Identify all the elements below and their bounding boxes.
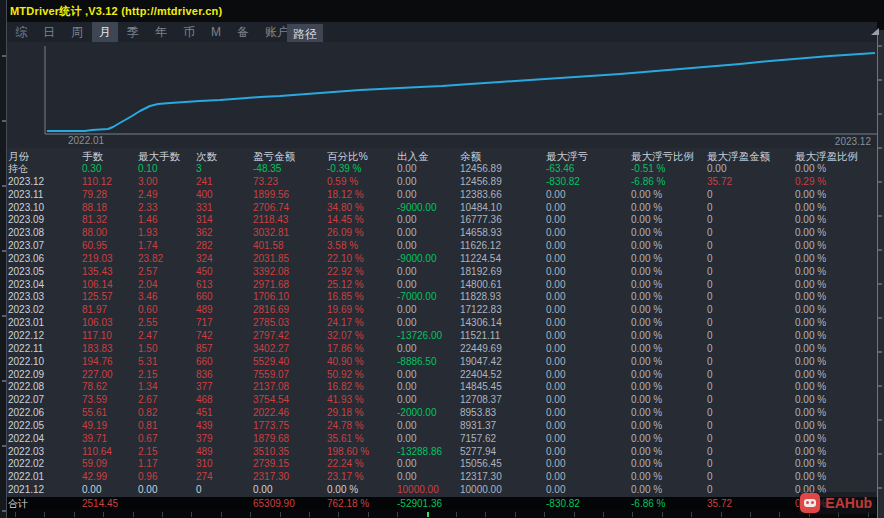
table-row[interactable]: 2022.03110.642.154893510.35198.60 %-1328… — [0, 446, 877, 459]
tab-备[interactable]: 备 — [230, 22, 256, 43]
cell: 0 — [707, 240, 795, 253]
ruler-tick — [878, 45, 882, 47]
tab-年[interactable]: 年 — [148, 22, 174, 43]
mtdriver-stats-window: MTDriver统计 ,V3.12 (http://mtdriver.cn) 综… — [0, 0, 884, 518]
cell: 32.07 % — [327, 330, 397, 343]
table-row[interactable]: 2021.120.000.0000.000.00 %10000.0010000.… — [0, 484, 877, 497]
ruler-tick — [338, 512, 339, 517]
cell: 29.18 % — [327, 407, 397, 420]
tab-季[interactable]: 季 — [120, 22, 146, 43]
cell: 0.00 % — [795, 330, 877, 343]
cell: 8931.37 — [460, 420, 546, 433]
ruler-tick — [397, 512, 398, 517]
cell: 0 — [707, 266, 795, 279]
cell: 0.00 % — [631, 407, 707, 420]
table-row[interactable]: 2023.1179.282.494001899.5618.12 %0.00123… — [0, 189, 877, 202]
ruler-tick — [162, 512, 163, 517]
tab-币[interactable]: 币 — [176, 22, 202, 43]
cell: 35.72 — [707, 176, 795, 189]
cell: 12317.30 — [460, 471, 546, 484]
table-row[interactable]: 2022.0655.610.824512022.4629.18 %-2000.0… — [0, 407, 877, 420]
table-row[interactable]: 2023.01106.032.557172785.0324.17 %0.0014… — [0, 317, 877, 330]
cell: 2031.85 — [253, 253, 327, 266]
cell: 0.00 % — [631, 343, 707, 356]
tab-综[interactable]: 综 — [8, 22, 34, 43]
cell: 73.23 — [253, 176, 327, 189]
cell: 3510.35 — [253, 446, 327, 459]
table-row[interactable]: 持仓0.300.103-48.35-0.39 %0.0012456.89-63.… — [0, 163, 877, 176]
table-row[interactable]: 2023.05135.432.574503392.0822.92 %0.0018… — [0, 266, 877, 279]
table-row[interactable]: 2023.0760.951.74282401.583.58 %0.0011626… — [0, 240, 877, 253]
cell: 41.93 % — [327, 394, 397, 407]
table-row[interactable]: 2022.0259.091.173102739.1522.24 %0.00150… — [0, 458, 877, 471]
cell: 274 — [196, 471, 253, 484]
ruler-tick — [632, 512, 633, 517]
cell: 2.15 — [138, 446, 196, 459]
ruler-tick — [878, 317, 882, 319]
table-row[interactable]: 2022.0773.592.674683754.5441.93 %0.00127… — [0, 394, 877, 407]
table-row[interactable]: 2022.0549.190.814391773.7524.78 %0.00893… — [0, 420, 877, 433]
cell: -13726.00 — [397, 330, 460, 343]
x-axis-end-label: 2023.12 — [835, 136, 871, 147]
cell: 0.59 % — [327, 176, 397, 189]
ruler-tick — [878, 385, 882, 387]
cell: 3032.81 — [253, 227, 327, 240]
ruler-tick — [133, 512, 134, 517]
table-row[interactable]: 2022.11183.831.508573402.2717.86 %0.0022… — [0, 343, 877, 356]
cell: 2022.05 — [8, 420, 82, 433]
cell: 0.00 — [397, 189, 460, 202]
table-row[interactable]: 2022.0142.990.962742317.3023.17 %0.00123… — [0, 471, 877, 484]
right-frame-ruler — [877, 0, 884, 518]
cell: 0.00 % — [631, 446, 707, 459]
cell: 0.00 % — [795, 266, 877, 279]
tab-M[interactable]: M — [204, 23, 228, 41]
column-header: 手数 — [82, 149, 138, 163]
ruler-tick — [427, 512, 429, 517]
table-row[interactable]: 2022.0439.710.673791879.6835.61 %0.00715… — [0, 433, 877, 446]
resize-grip-icon[interactable] — [871, 28, 879, 35]
monthly-stats-table: 月份手数最大手数次数盈亏金额百分比%出入金余额最大浮亏最大浮亏比例最大浮盈金额最… — [0, 149, 877, 510]
table-row[interactable]: 2023.1088.182.333312706.7434.80 %-9000.0… — [0, 202, 877, 215]
table-row[interactable]: 2023.06219.0323.823242031.8522.10 %-9000… — [0, 253, 877, 266]
tab-周[interactable]: 周 — [64, 22, 90, 43]
ruler-tick — [44, 512, 45, 517]
table-row[interactable]: 2023.12110.123.0024173.230.59 %0.0012456… — [0, 176, 877, 189]
total-row[interactable]: 合计2514.4565309.90762.18 %-52901.36-830.8… — [0, 497, 877, 511]
table-row[interactable]: 2023.03125.573.466601706.1016.85 %-7000.… — [0, 291, 877, 304]
tab-月[interactable]: 月 — [92, 22, 118, 43]
cell: 12383.66 — [460, 189, 546, 202]
cell: 16.82 % — [327, 381, 397, 394]
table-row[interactable]: 2022.09227.002.158367559.0750.92 %0.0022… — [0, 369, 877, 382]
cell: 0.00 — [397, 240, 460, 253]
column-header: 月份 — [8, 149, 82, 163]
cell: 0.00 % — [795, 394, 877, 407]
cell: 40.90 % — [327, 356, 397, 369]
cell: 0.00 — [397, 214, 460, 227]
table-row[interactable]: 2022.10194.765.316605529.4040.90 %-8886.… — [0, 356, 877, 369]
cell: 0.00 — [707, 163, 795, 176]
column-header: 最大浮盈比例 — [795, 149, 877, 163]
cell: 17122.83 — [460, 304, 546, 317]
cell: 88.00 — [82, 227, 138, 240]
cell: 2739.15 — [253, 458, 327, 471]
cell: 1.46 — [138, 214, 196, 227]
table-row[interactable]: 2022.12117.102.477422797.4232.07 %-13726… — [0, 330, 877, 343]
cell: 0.00 % — [631, 291, 707, 304]
cell: 0.00 % — [795, 433, 877, 446]
cell: 3.46 — [138, 291, 196, 304]
cell: 81.97 — [82, 304, 138, 317]
cell: 0.00 % — [631, 227, 707, 240]
table-row[interactable]: 2023.0981.321.463142118.4314.45 %0.00167… — [0, 214, 877, 227]
column-header: 最大浮盈金额 — [707, 149, 795, 163]
cell: 0.00 — [546, 433, 631, 446]
cell: 0 — [707, 279, 795, 292]
table-row[interactable]: 2023.0281.970.604892816.6919.69 %0.00171… — [0, 304, 877, 317]
ruler-tick — [603, 512, 604, 517]
eahub-logo-icon — [800, 493, 820, 513]
table-row[interactable]: 2022.0878.621.343772137.0816.82 %0.00148… — [0, 381, 877, 394]
cell: 0.00 % — [631, 484, 707, 497]
cell: 22404.52 — [460, 369, 546, 382]
table-row[interactable]: 2023.0888.001.933623032.8126.09 %0.00146… — [0, 227, 877, 240]
table-row[interactable]: 2023.04106.142.046132971.6825.12 %0.0014… — [0, 279, 877, 292]
tab-日[interactable]: 日 — [36, 22, 62, 43]
